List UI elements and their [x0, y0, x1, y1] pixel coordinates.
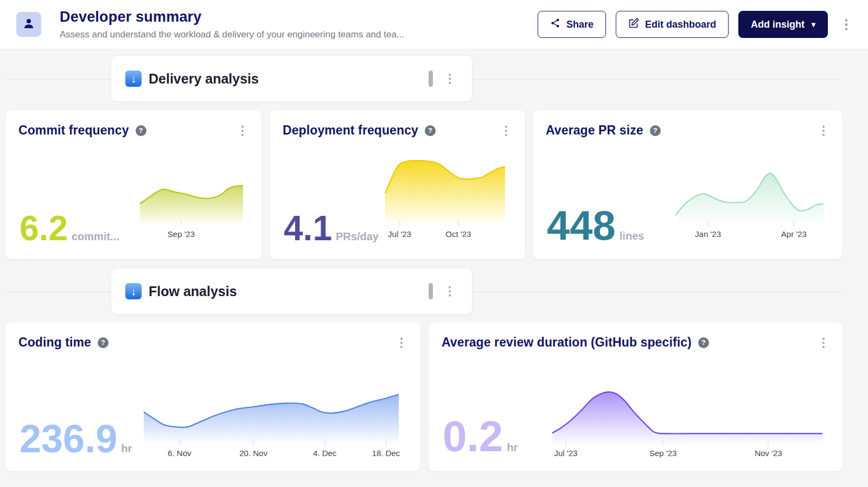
card-title: Deployment frequency [283, 123, 418, 138]
page-subtitle: Assess and understand the workload & del… [60, 29, 404, 40]
sparkline-chart: Sep '23 [140, 184, 243, 239]
share-button[interactable]: Share [538, 11, 606, 38]
help-icon[interactable]: ? [136, 125, 146, 136]
card-title: Average PR size [546, 123, 643, 138]
card-header: Deployment frequency ? ⋮ [270, 110, 525, 138]
header-kebab-menu-icon[interactable]: ⋮ [838, 17, 855, 32]
card-kebab-menu-icon[interactable]: ⋮ [234, 124, 251, 138]
page-title: Developer summary [60, 9, 404, 25]
insight-card-commit-frequency: Commit frequency ? ⋮ 6.2 commit... Sep '… [5, 110, 261, 259]
axis-tick-label: Jul '23 [388, 229, 411, 239]
metric-unit: commit... [72, 230, 119, 243]
section-kebab-menu-icon[interactable]: ⋮ [442, 284, 458, 298]
metric-value: 448 lines [547, 206, 644, 245]
axis-tick [708, 220, 709, 227]
share-button-label: Share [566, 19, 593, 30]
axis-tick [253, 439, 254, 446]
sparkline-chart: Jul '23Oct '23 [385, 157, 505, 239]
help-icon[interactable]: ? [650, 125, 661, 136]
axis-tick-label: 4. Dec [313, 448, 336, 458]
metric-number: 0.2 [443, 416, 503, 457]
help-icon[interactable]: ? [425, 125, 436, 136]
metric-unit: hr [121, 443, 132, 455]
axis-tick [794, 220, 794, 227]
card-header: Average PR size ? ⋮ [533, 110, 843, 138]
axis-tick-label: Jan '23 [695, 229, 721, 239]
metric-value: 0.2 hr [443, 416, 518, 457]
metric-value: 236.9 hr [20, 420, 132, 457]
edit-icon [628, 18, 639, 31]
axis-tick [399, 220, 400, 227]
section-banner-flow: ↓ Flow analysis ⋮ [111, 268, 472, 314]
metric-number: 4.1 [284, 212, 332, 245]
metric-unit: PRs/day [336, 230, 379, 243]
axis-tick [386, 439, 386, 446]
axis-tick-label: Nov '23 [755, 448, 782, 458]
insight-card-average-pr-size: Average PR size ? ⋮ 448 lines Jan '23Apr… [533, 110, 843, 259]
add-insight-button[interactable]: Add insight ▾ [738, 11, 828, 38]
axis-tick [458, 220, 458, 227]
share-icon [550, 18, 560, 31]
chevron-down-icon: ▾ [812, 20, 815, 29]
header-text: Developer summary Assess and understand … [60, 9, 404, 40]
axis-tick-label: Jul '23 [554, 448, 577, 458]
axis-tick-label: Sep '23 [649, 448, 676, 458]
insight-card-coding-time: Coding time ? ⋮ 236.9 hr 6. Nov20. Nov4.… [5, 322, 420, 471]
axis-tick [768, 439, 769, 446]
add-insight-button-label: Add insight [751, 19, 805, 30]
axis-tick [565, 439, 566, 446]
sparkline-chart: Jan '23Apr '23 [675, 168, 824, 239]
help-icon[interactable]: ? [698, 337, 709, 348]
drag-handle[interactable] [429, 71, 433, 87]
card-title: Coding time [18, 335, 91, 350]
axis-tick-label: Oct '23 [445, 229, 471, 239]
section-row-delivery: ↓ Delivery analysis ⋮ [0, 56, 868, 101]
metric-value: 4.1 PRs/day [284, 212, 379, 245]
down-arrow-icon: ↓ [125, 71, 142, 87]
metric-value: 6.2 commit... [20, 212, 119, 245]
metric-unit: hr [507, 441, 518, 454]
card-title: Average review duration (GitHub specific… [442, 335, 692, 350]
area-chart-svg [675, 168, 824, 226]
card-header: Commit frequency ? ⋮ [5, 110, 261, 138]
card-kebab-menu-icon[interactable]: ⋮ [393, 336, 410, 350]
card-header: Coding time ? ⋮ [5, 322, 420, 350]
metric-number: 6.2 [20, 212, 68, 245]
insight-card-deployment-frequency: Deployment frequency ? ⋮ 4.1 PRs/day Jul… [270, 110, 525, 259]
avatar [16, 12, 41, 37]
axis-tick [179, 439, 180, 446]
area-chart-svg [144, 389, 399, 445]
edit-dashboard-button-label: Edit dashboard [645, 19, 716, 30]
metric-number: 448 [547, 206, 616, 245]
metric-number: 236.9 [20, 420, 117, 457]
edit-dashboard-button[interactable]: Edit dashboard [616, 11, 729, 38]
drag-handle[interactable] [429, 283, 433, 299]
help-icon[interactable]: ? [98, 337, 108, 348]
down-arrow-icon: ↓ [125, 283, 142, 299]
card-header: Average review duration (GitHub specific… [429, 322, 843, 350]
area-chart-svg [552, 386, 822, 445]
header-actions: Share Edit dashboard Add insight ▾ ⋮ [538, 11, 855, 38]
card-title: Commit frequency [18, 123, 129, 138]
axis-tick-label: 6. Nov [168, 448, 191, 458]
card-kebab-menu-icon[interactable]: ⋮ [498, 124, 514, 138]
axis-tick [663, 439, 663, 446]
section-title: Delivery analysis [149, 71, 259, 87]
axis-tick-label: 18. Dec [372, 448, 400, 458]
axis-tick-label: Sep '23 [168, 229, 195, 239]
section-title: Flow analysis [149, 284, 237, 299]
axis-tick-label: Apr '23 [781, 229, 807, 239]
page-header: Developer summary Assess and understand … [0, 0, 868, 49]
metric-unit: lines [620, 230, 644, 242]
card-kebab-menu-icon[interactable]: ⋮ [815, 124, 832, 138]
axis-tick [181, 220, 182, 227]
sparkline-chart: Jul '23Sep '23Nov '23 [552, 386, 822, 458]
person-icon [22, 17, 35, 32]
area-chart-svg [385, 157, 505, 226]
sparkline-chart: 6. Nov20. Nov4. Dec18. Dec [144, 389, 399, 458]
section-banner-delivery: ↓ Delivery analysis ⋮ [111, 56, 472, 101]
section-row-flow: ↓ Flow analysis ⋮ [0, 268, 868, 314]
axis-tick [324, 439, 325, 446]
section-kebab-menu-icon[interactable]: ⋮ [442, 72, 458, 86]
card-kebab-menu-icon[interactable]: ⋮ [815, 336, 832, 350]
